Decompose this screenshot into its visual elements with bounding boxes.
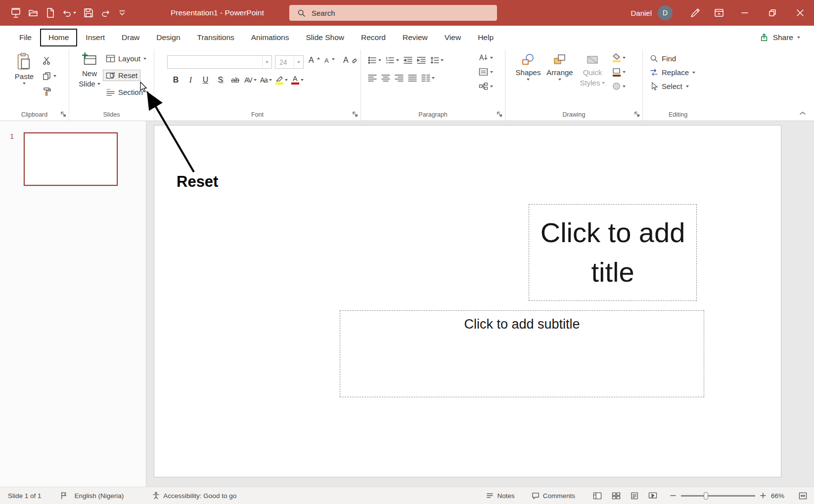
restore-button[interactable] <box>759 0 786 26</box>
tab-file[interactable]: File <box>11 29 40 46</box>
zoom-slider-thumb[interactable] <box>704 492 708 500</box>
proofing-button[interactable] <box>60 492 68 500</box>
tab-draw[interactable]: Draw <box>113 29 148 46</box>
slide[interactable]: Click to add title Click to add subtitle <box>154 125 781 477</box>
layout-button[interactable]: Layout <box>106 54 146 63</box>
accessibility-icon <box>152 492 160 500</box>
close-button[interactable] <box>786 0 814 26</box>
paragraph-dialog-launcher[interactable] <box>497 111 502 117</box>
accessibility-button[interactable]: Accessibility: Good to go <box>152 492 236 500</box>
paste-button[interactable]: Paste <box>10 52 39 84</box>
font-name-combobox[interactable] <box>167 55 272 69</box>
justify-button[interactable] <box>408 74 417 82</box>
font-size-dropdown[interactable] <box>294 56 303 68</box>
tab-design[interactable]: Design <box>148 29 188 46</box>
text-shadow-button[interactable]: S <box>215 73 226 86</box>
select-button[interactable]: Select <box>650 82 695 90</box>
clipboard-dialog-launcher[interactable] <box>60 111 66 117</box>
grow-font-button[interactable]: A <box>309 56 320 65</box>
slide-thumbnail[interactable] <box>24 132 118 186</box>
strikethrough-button[interactable]: ab <box>229 73 241 86</box>
copy-button[interactable] <box>43 72 56 81</box>
bullets-button[interactable] <box>368 56 381 64</box>
tab-transitions[interactable]: Transitions <box>189 29 243 46</box>
underline-button[interactable]: U <box>200 73 211 86</box>
italic-button[interactable]: I <box>185 73 196 86</box>
zoom-level[interactable]: 66% <box>771 492 792 500</box>
text-direction-button[interactable] <box>479 53 493 62</box>
new-slide-button[interactable]: New Slide <box>75 52 104 88</box>
text-highlight-button[interactable] <box>275 73 288 86</box>
zoom-in-button[interactable] <box>760 493 766 499</box>
comments-button[interactable]: Comments <box>532 492 575 500</box>
bold-button[interactable]: B <box>170 73 181 86</box>
cut-button[interactable] <box>43 56 56 65</box>
change-case-button[interactable]: Aa <box>260 73 272 86</box>
subtitle-placeholder[interactable]: Click to add subtitle <box>340 310 704 397</box>
quick-styles-button[interactable]: Quick Styles <box>578 53 607 87</box>
arrange-button[interactable]: Arrange <box>545 53 575 81</box>
open-button[interactable] <box>28 8 38 18</box>
tab-record[interactable]: Record <box>353 29 394 46</box>
shrink-font-button[interactable]: A <box>324 57 335 64</box>
align-right-button[interactable] <box>395 74 404 82</box>
tab-review[interactable]: Review <box>394 29 436 46</box>
section-button[interactable]: Section <box>106 88 149 96</box>
customize-quick-access-button[interactable] <box>118 9 126 17</box>
save-button[interactable] <box>84 8 93 18</box>
tab-help[interactable]: Help <box>469 29 502 46</box>
new-file-button[interactable] <box>45 8 54 18</box>
language-button[interactable]: English (Nigeria) <box>75 492 124 500</box>
shapes-button[interactable]: Shapes <box>514 53 542 81</box>
title-placeholder[interactable]: Click to add title <box>529 204 697 301</box>
slide-indicator[interactable]: Slide 1 of 1 <box>8 492 42 500</box>
replace-button[interactable]: Replace <box>650 68 695 77</box>
align-text-button[interactable] <box>479 68 493 76</box>
align-left-button[interactable] <box>368 74 377 82</box>
shape-fill-button[interactable] <box>612 53 626 62</box>
format-painter-button[interactable] <box>43 87 56 96</box>
redo-icon <box>101 8 111 18</box>
character-spacing-button[interactable]: AV <box>244 73 257 86</box>
find-button[interactable]: Find <box>650 54 695 63</box>
normal-view-button[interactable] <box>593 492 602 500</box>
fit-slide-button[interactable] <box>799 492 807 500</box>
tab-home[interactable]: Home <box>40 29 77 46</box>
line-spacing-button[interactable] <box>430 56 444 64</box>
tab-slide-show[interactable]: Slide Show <box>297 29 353 46</box>
font-size-combobox[interactable]: 24 <box>275 55 304 69</box>
avatar[interactable]: D <box>658 5 673 20</box>
ribbon-display-options-button[interactable] <box>707 0 731 26</box>
font-color-button[interactable]: A <box>291 73 304 86</box>
share-button[interactable]: Share <box>760 26 800 49</box>
drawing-dialog-launcher[interactable] <box>634 111 640 117</box>
increase-indent-button[interactable] <box>417 56 426 64</box>
numbering-button[interactable] <box>386 56 399 64</box>
collapse-ribbon-button[interactable] <box>799 111 806 116</box>
undo-button[interactable] <box>62 8 76 18</box>
convert-to-smartart-button[interactable] <box>479 82 493 90</box>
slideshow-view-button[interactable] <box>648 492 657 500</box>
start-slideshow-button[interactable] <box>11 8 21 18</box>
reading-view-button[interactable] <box>631 492 638 500</box>
columns-button[interactable] <box>421 74 435 82</box>
reset-button[interactable]: Reset <box>103 70 140 81</box>
tab-animations[interactable]: Animations <box>243 29 298 46</box>
shape-effects-button[interactable] <box>612 82 626 90</box>
tab-view[interactable]: View <box>436 29 469 46</box>
slide-sorter-view-button[interactable] <box>612 492 621 500</box>
zoom-out-button[interactable] <box>670 493 676 499</box>
zoom-slider[interactable] <box>681 495 755 497</box>
clear-formatting-button[interactable]: A <box>343 56 358 65</box>
search-input[interactable]: Search <box>289 5 497 21</box>
tab-insert[interactable]: Insert <box>77 29 113 46</box>
minimize-button[interactable] <box>731 0 759 26</box>
font-name-dropdown[interactable] <box>262 56 271 68</box>
inking-button[interactable] <box>683 0 707 26</box>
shape-outline-button[interactable] <box>612 68 626 77</box>
redo-button[interactable] <box>101 8 111 18</box>
align-center-button[interactable] <box>381 74 390 82</box>
notes-button[interactable]: Notes <box>486 492 514 500</box>
decrease-indent-button[interactable] <box>404 56 412 64</box>
font-dialog-launcher[interactable] <box>352 111 358 117</box>
